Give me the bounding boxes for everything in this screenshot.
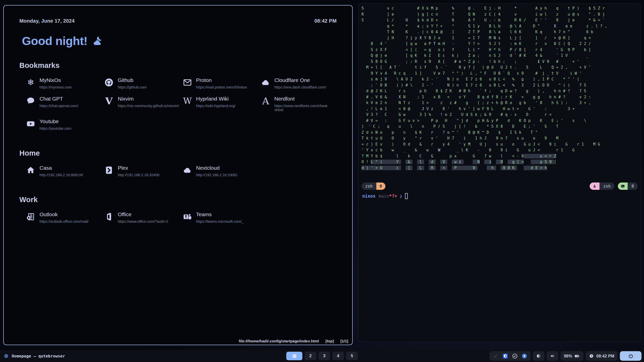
bookmark-url: https://wiki.hyprland.org/ xyxy=(196,104,235,108)
volume-control[interactable] xyxy=(547,351,558,361)
letter-a-icon xyxy=(261,96,270,106)
qutebrowser-statusbar: file:///home/hadi/.config/startpage/inde… xyxy=(239,339,348,343)
statusbar-scroll-position: [top] xyxy=(326,339,334,343)
greeting: Good night! xyxy=(22,34,337,48)
link-section: Bookmarks MyNixOs https://mynixos.com Gi… xyxy=(19,61,337,130)
section-grid: Casa http://192.168.2.16:8081/#/ Plex ht… xyxy=(19,165,337,177)
system-tray xyxy=(490,351,531,361)
cloudflare-cloud-icon xyxy=(261,78,270,87)
bookmark-url: https://one.dash.cloudflare.com/ xyxy=(274,85,326,89)
bookmark-name: Nixvim xyxy=(118,96,179,102)
workspace-switcher: 2 3 4 5 xyxy=(286,352,358,360)
tab-index-badge: 0 xyxy=(376,183,385,190)
bookmark-url: https://outlook.office.com/mail/ xyxy=(39,219,89,223)
bookmark-item[interactable]: Nextcloud http://192.168.2.16:10081 xyxy=(183,165,258,177)
battery-indicator[interactable]: 98% xyxy=(560,351,583,361)
bookmark-item[interactable]: Cloudflare One https://one.dash.cloudfla… xyxy=(261,77,337,89)
checkmark-icon[interactable] xyxy=(512,353,518,359)
night-light-icon xyxy=(536,353,541,358)
workspace-1[interactable] xyxy=(286,352,302,360)
session-pill: zsh xyxy=(590,183,614,190)
workspace-2[interactable]: 2 xyxy=(305,352,316,360)
shell-prompt[interactable]: nixos main *?+ ❯ xyxy=(362,193,408,199)
bluetooth-icon[interactable] xyxy=(521,353,527,359)
bookmark-item[interactable]: Hyprland Wiki https://wiki.hyprland.org/ xyxy=(183,96,258,112)
bookmark-item[interactable]: Youtube https://youtube.com xyxy=(26,118,102,130)
battery-charging-icon xyxy=(574,353,580,359)
terminal-window[interactable]: 5 v c # X k M p % @ . E j . H * A y h q … xyxy=(358,3,641,342)
qutebrowser-window: Monday, June 17, 2024 08:42 PM Good nigh… xyxy=(3,5,353,345)
section-title: Work xyxy=(19,196,337,204)
taskbar-right: 98% 08:42 PM xyxy=(490,351,641,361)
prompt-arrow: ❯ xyxy=(399,194,402,199)
section-grid: Outlook https://outlook.office.com/mail/… xyxy=(19,211,337,223)
teams-icon xyxy=(183,212,192,221)
workspace-5[interactable]: 5 xyxy=(346,352,358,360)
pane-count-pill: 8 xyxy=(618,183,638,190)
bookmark-name: Nextcloud xyxy=(196,165,238,171)
bookmark-url: https://youtube.com xyxy=(39,126,71,130)
chat-bubble-icon xyxy=(26,96,35,106)
bookmark-url: http://192.168.2.16:8081/#/ xyxy=(39,173,83,177)
bookmark-url: http://192.168.2.16:10081 xyxy=(196,173,238,177)
kdeconnect-icon[interactable] xyxy=(493,353,499,359)
startpage: Monday, June 17, 2024 08:42 PM Good nigh… xyxy=(4,6,352,345)
bookmark-name: Nerdfont xyxy=(274,96,337,102)
startpage-header: Monday, June 17, 2024 08:42 PM xyxy=(19,6,337,24)
terminal-tab-zsh[interactable]: zsh 0 xyxy=(361,183,385,190)
bookmark-item[interactable]: Chat GPT https://chat.openai.com/ xyxy=(26,96,102,112)
plex-chevron-icon xyxy=(104,165,114,175)
bookmark-name: Office xyxy=(118,211,168,217)
bookmark-item[interactable]: MyNixOs https://mynixos.com xyxy=(26,77,102,89)
workspace-4[interactable]: 4 xyxy=(332,352,344,360)
bookmark-url: https://github.com xyxy=(118,85,146,89)
bookmark-item[interactable]: Outlook https://outlook.office.com/mail/ xyxy=(26,211,102,223)
section-title: Bookmarks xyxy=(19,61,337,70)
bookmark-url: https://teams.microsoft.com/_ xyxy=(196,219,244,223)
power-button[interactable] xyxy=(620,351,641,361)
power-icon xyxy=(628,353,634,359)
bookmark-item[interactable]: Plex http://192.168.2.16:32400 xyxy=(104,165,180,177)
clock-widget[interactable]: 08:42 PM xyxy=(586,351,618,361)
bookmark-name: Proton xyxy=(196,77,247,83)
letter-v-icon xyxy=(104,96,114,106)
bookmark-url: https://mail.proton.me/u/0/inbox xyxy=(196,85,247,89)
bookmark-url: https://nix-community.github.io/nixvim/ xyxy=(118,104,179,108)
bookmark-item[interactable]: Nerdfont https://www.nerdfonts.com/cheat… xyxy=(261,96,337,112)
bookmark-item[interactable]: Teams https://teams.microsoft.com/_ xyxy=(183,211,258,223)
bookmark-item[interactable]: Office https://www.office.com/?auth=2 xyxy=(104,211,180,223)
bookmark-name: Casa xyxy=(39,165,83,171)
night-light-toggle[interactable] xyxy=(533,351,544,361)
session-label: zsh xyxy=(599,183,614,190)
bookmark-name: MyNixOs xyxy=(39,77,72,83)
active-window-title[interactable]: ❆ Homepage — qutebrowser xyxy=(4,353,65,359)
bookmark-item[interactable]: Github https://github.com xyxy=(104,77,180,89)
bookmark-item[interactable]: Proton https://mail.proton.me/u/0/inbox xyxy=(183,77,258,89)
pane-count: 8 xyxy=(628,183,638,190)
section-grid: MyNixOs https://mynixos.com Github https… xyxy=(19,77,337,130)
bookmark-item[interactable]: Casa http://192.168.2.16:8081/#/ xyxy=(26,165,102,177)
bookmark-item[interactable]: Nixvim https://nix-community.github.io/n… xyxy=(104,96,180,112)
bookmark-url: http://192.168.2.16:32400 xyxy=(118,173,159,177)
proton-mail-icon xyxy=(183,78,192,87)
bookmark-url: https://www.nerdfonts.com/cheat-sheet xyxy=(274,104,337,112)
youtube-play-icon xyxy=(26,119,35,128)
bookmark-url: https://chat.openai.com/ xyxy=(39,104,78,108)
nextcloud-cloud-icon xyxy=(183,165,192,175)
greeting-text: Good night! xyxy=(22,34,88,48)
clock-text: 08:42 PM xyxy=(596,354,614,358)
bookmark-name: Github xyxy=(118,77,146,83)
bookmark-name: Teams xyxy=(196,211,244,217)
bookmark-name: Chat GPT xyxy=(39,96,78,102)
cmatrix-output: 5 v c # X k M p % @ . E j . H * A y h q … xyxy=(361,6,640,171)
bookmark-name: Hyprland Wiki xyxy=(196,96,235,102)
clock-icon xyxy=(589,353,594,358)
workspace-3[interactable]: 3 xyxy=(318,352,330,360)
bookmark-name: Outlook xyxy=(39,211,89,217)
terminal-cursor xyxy=(405,193,408,199)
prompt-host: nixos xyxy=(362,194,376,199)
volume-icon xyxy=(550,353,555,358)
nix-snowflake-icon xyxy=(26,78,35,87)
bitwarden-icon[interactable] xyxy=(502,353,508,359)
bookmark-name: Plex xyxy=(118,165,159,171)
